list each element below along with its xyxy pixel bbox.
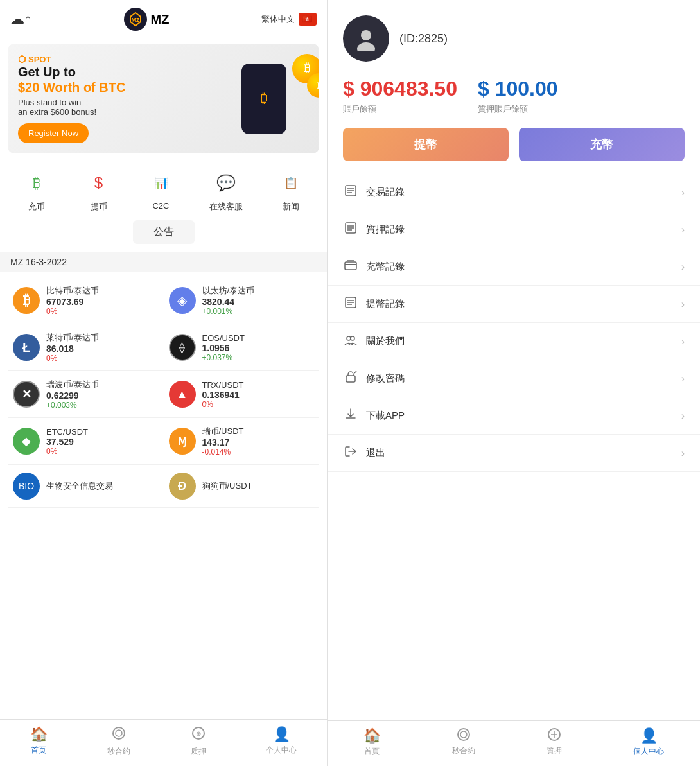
withdraw-record-icon xyxy=(343,296,358,312)
etc-info: ETC/USDT 37.529 0% xyxy=(46,427,88,456)
crypto-item-trx[interactable]: ▲ TRX/USDT 0.136941 0% xyxy=(164,371,320,418)
language-selector[interactable]: 繁体中文 🇭🇰 xyxy=(261,13,317,26)
bio-info: 生物安全信息交易 xyxy=(46,480,113,492)
xmr-info: 瑞币/USDT 143.17 -0.014% xyxy=(202,426,244,457)
banner-text: SPOT Get Up to $20 Worth of BTC Plus sta… xyxy=(18,54,219,143)
announcement-bar: 公告 xyxy=(10,220,317,244)
download-app-label: 下載APP xyxy=(366,410,405,422)
bitcoin-icon: ₿ xyxy=(22,169,51,197)
btc-logo: ₿ xyxy=(13,287,40,314)
ltc-logo: Ł xyxy=(13,334,40,361)
deposit-button[interactable]: 充幣 xyxy=(519,128,685,161)
menu-trade-record[interactable]: 交易記錄 › xyxy=(328,174,700,211)
svg-point-22 xyxy=(347,336,351,340)
deposit-record-icon xyxy=(343,259,358,275)
phone-graphic: ₿ xyxy=(241,64,286,134)
trade-record-label: 交易記錄 xyxy=(366,186,405,198)
action-support-label: 在线客服 xyxy=(209,201,243,213)
upload-icon[interactable]: ☁↑ xyxy=(10,11,31,28)
right-nav-flash[interactable]: 秒合約 xyxy=(452,727,475,757)
date-label: MZ 16-3-2022 xyxy=(10,257,67,267)
btc-info: 比特币/泰达币 67073.69 0% xyxy=(46,285,99,316)
nav-home-label: 首页 xyxy=(31,745,46,756)
menu-change-password[interactable]: 修改密碼 › xyxy=(328,360,700,397)
action-buttons: 提幣 充幣 xyxy=(328,128,700,174)
banner-subtitle: Plus stand to win an extra $600 bonus! xyxy=(18,98,219,117)
svg-line-25 xyxy=(354,371,356,373)
chevron-icon: › xyxy=(681,187,685,198)
right-profile-icon: 👤 xyxy=(640,727,658,744)
register-button[interactable]: Register Now xyxy=(18,123,89,143)
pledge-balance-label: 質押賬戶餘額 xyxy=(478,103,558,115)
pledge-record-label: 質押記錄 xyxy=(366,223,405,236)
crypto-item-etc[interactable]: ◆ ETC/USDT 37.529 0% xyxy=(8,418,164,465)
logo-text: MZ xyxy=(151,12,170,27)
crypto-item-btc[interactable]: ₿ 比特币/泰达币 67073.69 0% xyxy=(8,277,164,324)
action-withdraw[interactable]: $ 提币 xyxy=(85,169,113,213)
quick-actions: ₿ 充币 $ 提币 📊 C2C 💬 在线客服 📋 新闻 xyxy=(0,159,327,218)
right-pledge-icon xyxy=(547,727,561,744)
withdraw-button[interactable]: 提幣 xyxy=(343,128,509,161)
svg-text:MZ: MZ xyxy=(131,17,139,23)
menu-about-us[interactable]: 關於我們 › xyxy=(328,323,700,360)
crypto-item-xmr[interactable]: Ɱ 瑞币/USDT 143.17 -0.014% xyxy=(164,418,320,465)
action-support[interactable]: 💬 在线客服 xyxy=(209,169,243,213)
action-deposit[interactable]: ₿ 充币 xyxy=(22,169,51,213)
menu-logout[interactable]: 退出 › xyxy=(328,435,700,472)
pledge-balance: $ 100.00 質押賬戶餘額 xyxy=(478,77,558,115)
menu-deposit-record[interactable]: 充幣記錄 › xyxy=(328,248,700,286)
nav-flash-contract[interactable]: 秒合约 xyxy=(107,726,130,757)
chevron-icon-8: › xyxy=(681,448,685,459)
svg-rect-24 xyxy=(346,376,355,382)
right-flash-icon xyxy=(457,727,471,744)
chevron-icon-3: › xyxy=(681,261,685,273)
crypto-item-eth[interactable]: ◈ 以太坊/泰达币 3820.44 +0.001% xyxy=(164,277,320,324)
crypto-item-bio[interactable]: BIO 生物安全信息交易 xyxy=(8,465,164,508)
nav-pledge[interactable]: ⊕ 质押 xyxy=(191,726,206,757)
svg-point-3 xyxy=(116,730,122,736)
menu-withdraw-record[interactable]: 提幣記錄 › xyxy=(328,286,700,323)
svg-point-28 xyxy=(460,731,467,738)
logo: MZ MZ xyxy=(124,8,170,31)
chevron-icon-5: › xyxy=(681,336,685,347)
news-icon: 📋 xyxy=(277,169,305,197)
chevron-icon-4: › xyxy=(681,299,685,310)
logo-icon: MZ xyxy=(124,8,147,31)
nav-flash-label: 秒合约 xyxy=(107,746,130,757)
crypto-item-ltc[interactable]: Ł 莱特币/泰达币 86.018 0% xyxy=(8,324,164,371)
crypto-item-eos[interactable]: ⟠ EOS/USDT 1.0956 +0.037% xyxy=(164,324,320,371)
chart-icon: 📊 xyxy=(147,169,175,197)
svg-point-2 xyxy=(113,727,125,739)
action-news-label: 新闻 xyxy=(283,201,299,213)
chevron-icon-7: › xyxy=(681,410,685,422)
right-home-label: 首頁 xyxy=(364,746,380,757)
crypto-item-xrp[interactable]: ✕ 瑞波币/泰达币 0.62299 +0.003% xyxy=(8,371,164,418)
right-nav-pledge[interactable]: 質押 xyxy=(547,727,562,757)
lang-text: 繁体中文 xyxy=(261,13,295,25)
banner-image: ₿ ₿ ₿ xyxy=(219,60,309,137)
announcement-button[interactable]: 公告 xyxy=(133,220,195,244)
svg-text:⊕: ⊕ xyxy=(196,730,201,737)
logout-label: 退出 xyxy=(366,447,385,459)
nav-home[interactable]: 🏠 首页 xyxy=(30,726,48,757)
xrp-logo: ✕ xyxy=(13,381,40,408)
menu-pledge-record[interactable]: 質押記錄 › xyxy=(328,211,700,248)
download-app-icon xyxy=(343,408,358,424)
etc-logo: ◆ xyxy=(13,428,40,455)
crypto-item-doge[interactable]: Ð 狗狗币/USDT xyxy=(164,465,320,508)
eos-info: EOS/USDT 1.0956 +0.037% xyxy=(202,333,245,362)
right-nav-home[interactable]: 🏠 首頁 xyxy=(363,727,381,757)
menu-download-app[interactable]: 下載APP › xyxy=(328,397,700,435)
left-bottom-nav: 🏠 首页 秒合约 ⊕ 质押 👤 个人中心 xyxy=(0,719,327,766)
trade-record-icon xyxy=(343,184,358,200)
top-bar: ☁↑ MZ MZ 繁体中文 🇭🇰 xyxy=(0,0,327,39)
right-nav-profile[interactable]: 👤 個人中心 xyxy=(633,727,664,757)
action-c2c[interactable]: 📊 C2C xyxy=(147,169,175,213)
right-panel: (ID:2825) $ 906483.50 賬戶餘額 $ 100.00 質押賬戶… xyxy=(328,0,700,766)
nav-profile[interactable]: 👤 个人中心 xyxy=(266,726,297,757)
main-balance-label: 賬戶餘額 xyxy=(343,103,457,115)
menu-list: 交易記錄 › 質押記錄 › 充幣記錄 › xyxy=(328,174,700,720)
profile-icon: 👤 xyxy=(273,726,290,743)
action-news[interactable]: 📋 新闻 xyxy=(277,169,305,213)
banner-title: Get Up to $20 Worth of BTC xyxy=(18,64,219,95)
